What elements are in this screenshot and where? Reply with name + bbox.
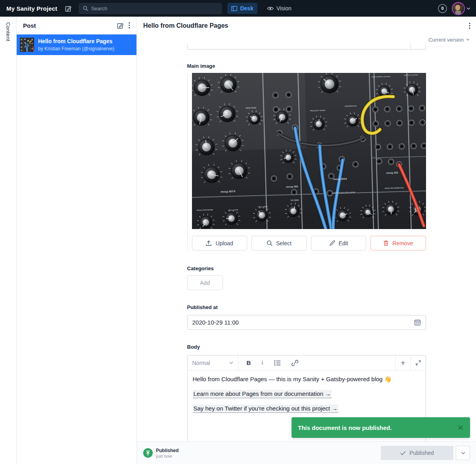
publish-toast: This document is now published. ✕ bbox=[292, 417, 470, 438]
body-link[interactable]: Learn more about Pages from our document… bbox=[193, 390, 332, 398]
plus-icon: + bbox=[401, 359, 405, 367]
document-footer: Published just now Published bbox=[137, 441, 476, 464]
new-document-button[interactable] bbox=[65, 5, 72, 12]
svg-text:OSCILLATOR: OSCILLATOR bbox=[258, 206, 268, 208]
list-menu-button[interactable] bbox=[126, 20, 132, 31]
status-time: just now bbox=[156, 454, 178, 458]
document-title: Hello from Cloudflare Pages bbox=[143, 22, 466, 29]
status-title: Published bbox=[156, 448, 178, 453]
text-style-select[interactable]: Normal bbox=[188, 355, 238, 370]
link-icon bbox=[292, 360, 298, 366]
bullet-list-icon bbox=[274, 360, 281, 366]
compose-icon bbox=[117, 22, 124, 29]
trash-icon bbox=[383, 240, 389, 246]
publish-arrow-icon bbox=[146, 451, 150, 456]
version-label: Current version bbox=[428, 37, 464, 43]
sidebar-item-content[interactable]: Content bbox=[5, 22, 11, 464]
remove-button[interactable]: Remove bbox=[370, 236, 426, 250]
search-bar bbox=[79, 3, 222, 14]
select-button[interactable]: Select bbox=[251, 236, 307, 250]
main-image-field: HIGH PASSFREQUENCY RANGEREGENERATIONFIXE… bbox=[187, 73, 426, 250]
published-at-value: 2020-10-29 11:00 bbox=[192, 319, 414, 326]
presence-count: 0 bbox=[441, 6, 443, 11]
toast-message: This document is now published. bbox=[298, 424, 457, 431]
user-menu[interactable] bbox=[452, 2, 470, 15]
list-panel-title: Post bbox=[23, 22, 115, 29]
chevron-down-icon bbox=[466, 7, 470, 10]
post-item-subtitle: by Kristian Freeman (@signalnerve) bbox=[38, 46, 114, 52]
document-editor-pane: Hello from Cloudflare Pages Current vers… bbox=[137, 17, 476, 464]
body-toolbar: Normal B i bbox=[188, 355, 426, 370]
document-list-panel: Post bbox=[17, 17, 137, 464]
categories-label: Categories bbox=[187, 265, 426, 271]
published-at-input[interactable]: 2020-10-29 11:00 bbox=[187, 315, 426, 330]
main-image-label: Main image bbox=[187, 63, 426, 69]
chevron-down-icon bbox=[461, 452, 465, 454]
edit-button[interactable]: Edit bbox=[311, 236, 366, 250]
published-at-label: Published at bbox=[187, 304, 426, 310]
fullscreen-button[interactable] bbox=[411, 355, 426, 370]
body-link[interactable]: Say hey on Twitter if you're checking ou… bbox=[193, 405, 339, 413]
slug-input-partial[interactable] bbox=[187, 44, 426, 50]
bold-button[interactable]: B bbox=[247, 359, 251, 366]
upload-button[interactable]: Upload bbox=[192, 236, 247, 250]
document-scroll-area: Main image HIGH PASSFREQUENCY RANGEREGEN… bbox=[137, 44, 476, 441]
create-post-button[interactable] bbox=[115, 20, 126, 31]
eye-icon bbox=[267, 6, 274, 11]
add-category-button[interactable]: Add bbox=[187, 275, 223, 290]
main-image-preview[interactable]: HIGH PASSFREQUENCY RANGEREGENERATIONFIXE… bbox=[192, 73, 426, 229]
version-selector[interactable]: Current version bbox=[137, 35, 476, 44]
calendar-icon[interactable] bbox=[414, 319, 421, 326]
tab-desk-label: Desk bbox=[240, 5, 253, 11]
italic-button[interactable]: i bbox=[261, 359, 263, 366]
edit-label: Edit bbox=[339, 240, 348, 246]
publish-button[interactable]: Published bbox=[381, 446, 453, 460]
publish-menu-button[interactable] bbox=[456, 446, 470, 460]
select-label: Select bbox=[276, 240, 292, 246]
svg-text:HIGH PASS: HIGH PASS bbox=[246, 107, 257, 109]
published-status-icon bbox=[143, 448, 153, 458]
publish-button-label: Published bbox=[409, 450, 434, 456]
kebab-menu-icon bbox=[129, 22, 130, 29]
sidebar-rail: Content bbox=[0, 17, 17, 464]
upload-icon bbox=[205, 240, 212, 246]
search-icon bbox=[267, 240, 273, 246]
text-style-value: Normal bbox=[192, 360, 226, 366]
upload-label: Upload bbox=[215, 240, 233, 246]
remove-label: Remove bbox=[392, 240, 413, 246]
document-menu-button[interactable] bbox=[466, 20, 473, 31]
post-list-item[interactable]: Hello from Cloudflare Pages by Kristian … bbox=[17, 34, 136, 55]
body-label: Body bbox=[187, 344, 426, 350]
project-title[interactable]: My Sanity Project bbox=[6, 5, 57, 12]
search-icon bbox=[83, 6, 88, 11]
svg-text:REGENERATION: REGENERATION bbox=[345, 105, 357, 107]
list-panel-header: Post bbox=[17, 17, 136, 34]
body-text-area[interactable]: Hello from Cloudflare Pages — this is my… bbox=[188, 370, 426, 419]
top-navbar: My Sanity Project Desk Vision 0 bbox=[0, 0, 476, 17]
insert-block-button[interactable]: + bbox=[395, 355, 411, 370]
svg-text:FILTERS: FILTERS bbox=[290, 199, 299, 202]
post-item-title: Hello from Cloudflare Pages bbox=[38, 38, 114, 45]
compose-icon bbox=[65, 5, 72, 12]
chevron-down-icon bbox=[229, 361, 233, 364]
search-input[interactable] bbox=[91, 6, 218, 11]
toast-close-button[interactable]: ✕ bbox=[457, 424, 464, 432]
svg-text:OSCILLATOR: OSCILLATOR bbox=[228, 209, 238, 211]
pencil-icon bbox=[329, 240, 335, 246]
chevron-down-icon bbox=[466, 38, 470, 41]
body-paragraph: Hello from Cloudflare Pages — this is my… bbox=[193, 376, 420, 383]
editor-header: Hello from Cloudflare Pages bbox=[137, 17, 476, 35]
bullet-list-button[interactable] bbox=[274, 360, 281, 366]
kebab-menu-icon bbox=[469, 23, 470, 29]
avatar bbox=[452, 2, 465, 15]
tab-vision[interactable]: Vision bbox=[263, 3, 296, 14]
desk-icon bbox=[231, 6, 237, 11]
tab-desk[interactable]: Desk bbox=[227, 3, 257, 14]
check-icon bbox=[400, 451, 406, 455]
link-button[interactable] bbox=[292, 360, 298, 366]
expand-icon bbox=[416, 360, 421, 365]
tab-vision-label: Vision bbox=[276, 5, 292, 11]
post-thumbnail bbox=[20, 38, 34, 52]
presence-badge[interactable]: 0 bbox=[438, 4, 447, 13]
